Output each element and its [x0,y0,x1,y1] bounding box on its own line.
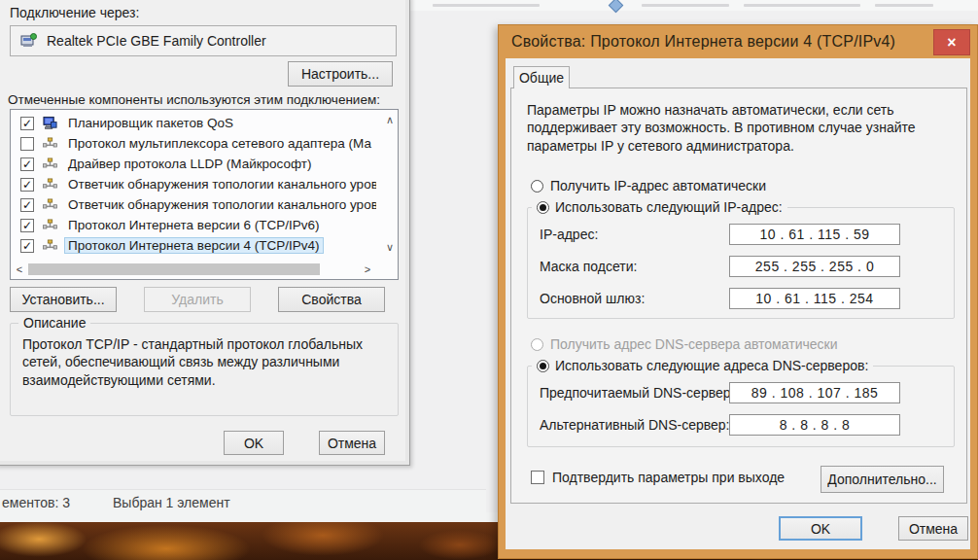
ok-button[interactable]: OK [224,431,284,455]
configure-button[interactable]: Настроить... [288,61,393,87]
ip-field-row: Маска подсети: 255 . 255 . 255 . 0 [528,256,954,277]
scrollbar-thumb[interactable] [28,263,320,275]
field-label: Предпочитаемый DNS-сервер: [540,385,734,401]
radio-use-dns-label: Использовать следующие адреса DNS-сервер… [555,358,868,373]
dialog-title: Свойства: Протокол Интернета версии 4 (T… [511,33,895,51]
component-checkbox[interactable]: ✓ [20,198,34,212]
field-value-input[interactable]: 10 . 61 . 115 . 254 [729,288,900,309]
component-label: Протокол мультиплексора сетевого адаптер… [65,136,374,151]
checkbox-icon[interactable] [531,471,544,484]
component-row[interactable]: ✓ Планировщик пакетов QoS [11,113,376,133]
protocol-icon [43,198,57,211]
radio-use-dns-icon[interactable] [537,360,549,372]
component-label: Протокол Интернета версии 4 (TCP/IPv4) [65,238,323,253]
component-checkbox[interactable]: ✓ [20,219,34,232]
status-items-count: ементов: 3 [2,495,70,510]
properties-button[interactable]: Свойства [278,287,385,312]
radio-use-ip-icon[interactable] [537,201,549,214]
description-group: Описание Протокол TCP/IP - стандартный п… [10,323,399,416]
explorer-statusbar: ементов: 3 Выбран 1 элемент [0,489,486,513]
scroll-down-icon[interactable]: ∨ [386,241,394,254]
components-list[interactable]: ✓ Планировщик пакетов QoS Протокол мульт… [10,109,399,280]
protocol-icon [42,238,57,253]
validate-settings-checkbox[interactable]: Подтвердить параметры при выходе [531,470,785,485]
radio-label: Получить IP-адрес автоматически [550,178,766,193]
field-value-input[interactable]: 89 . 108 . 107 . 185 [729,382,900,403]
scroll-up-icon[interactable]: ∧ [386,114,394,126]
network-adapter-icon [20,32,37,51]
horizontal-scrollbar[interactable]: < > [13,262,374,277]
field-label: Альтернативный DNS-сервер: [540,417,729,433]
toolbar-text-remnant [744,4,860,7]
field-label: Основной шлюз: [540,291,645,306]
component-label: Драйвер протокола LLDP (Майкрософт) [65,157,315,171]
radio-icon[interactable] [531,180,543,192]
field-value-input[interactable]: 10 . 61 . 115 . 59 [729,224,900,245]
explorer-toolbar-remnant [408,0,978,11]
cancel-button[interactable]: Отмена [898,516,968,541]
adapter-name: Realtek PCIe GBE Family Controller [47,33,266,49]
tcpip-properties-dialog: Свойства: Протокол Интернета версии 4 (T… [498,24,978,559]
component-row[interactable]: ✓ Протокол Интернета версии 4 (TCP/IPv4) [11,235,376,256]
component-checkbox[interactable]: ✓ [20,158,34,171]
description-group-label: Описание [18,315,90,331]
advanced-button[interactable]: Дополнительно... [821,466,944,493]
field-value-input[interactable]: 255 . 255 . 255 . 0 [729,256,900,277]
general-tab-page: Параметры IP можно назначать автоматичес… [510,88,967,504]
field-label: IP-адрес: [540,227,598,242]
protocol-icon [43,158,57,170]
protocol-icon [43,239,57,252]
dialog-titlebar[interactable]: Свойства: Протокол Интернета версии 4 (T… [499,25,977,58]
component-checkbox[interactable]: ✓ [20,239,34,253]
component-row[interactable]: Протокол мультиплексора сетевого адаптер… [11,133,376,154]
intro-text: Параметры IP можно назначать автоматичес… [527,101,959,155]
tab-general[interactable]: Общие [513,66,570,88]
radio-use-ip-label: Использовать следующий IP-адрес: [555,199,783,215]
connect-via-label: Подключение через: [10,5,139,20]
protocol-icon [43,178,57,191]
component-row[interactable]: ✓ Ответчик обнаружения топологии канальн… [11,194,376,215]
protocol-icon [43,137,57,150]
component-label: Ответчик обнаружения топологии канальног… [65,177,376,192]
component-row[interactable]: ✓ Ответчик обнаружения топологии канальн… [11,174,376,194]
cancel-button[interactable]: Отмена [319,431,385,455]
component-label: Планировщик пакетов QoS [65,116,236,130]
protocol-icon [42,136,57,151]
component-label: Протокол Интернета версии 6 (TCP/IPv6) [65,218,323,232]
protocol-icon [42,177,57,192]
radio-icon [531,338,543,351]
ip-field-row: Альтернативный DNS-сервер: 8 . 8 . 8 . 8 [528,414,954,436]
manual-ip-group: Использовать следующий IP-адрес: IP-адре… [527,207,955,319]
component-label: Ответчик обнаружения топологии канальног… [65,197,376,212]
ip-field-row: Предпочитаемый DNS-сервер: 89 . 108 . 10… [528,382,954,403]
field-value-input[interactable]: 8 . 8 . 8 . 8 [729,414,900,436]
checkbox-label: Подтвердить параметры при выходе [552,470,785,485]
qos-scheduler-icon [43,116,57,130]
component-row[interactable]: ✓ Драйвер протокола LLDP (Майкрософт) [11,154,376,174]
toolbar-text-remnant [433,4,540,7]
adapter-name-box: Realtek PCIe GBE Family Controller [10,25,397,56]
components-label: Отмеченные компоненты используются этим … [8,92,380,107]
scroll-right-icon[interactable]: > [361,263,374,275]
component-checkbox[interactable] [20,137,34,151]
install-button[interactable]: Установить... [10,287,117,312]
qos-scheduler-icon [42,116,57,130]
scroll-left-icon[interactable]: < [13,263,26,275]
ok-button[interactable]: OK [779,516,862,541]
protocol-icon [42,218,57,232]
close-icon[interactable]: × [933,29,970,55]
component-row[interactable]: ✓ Протокол Интернета версии 6 (TCP/IPv6) [11,215,376,235]
status-selected-count: Выбран 1 элемент [113,495,230,510]
description-text: Протокол TCP/IP - стандартный протокол г… [22,335,384,389]
toolbar-text-remnant [642,4,729,7]
radio-obtain-ip-auto[interactable]: Получить IP-адрес автоматически [531,178,766,193]
toolbar-text-remnant [875,4,933,7]
radio-label: Получить адрес DNS-сервера автоматически [550,336,837,352]
component-checkbox[interactable]: ✓ [20,117,34,130]
component-checkbox[interactable]: ✓ [20,178,34,192]
protocol-icon [42,197,57,212]
toolbar-diamond-icon [609,0,624,13]
protocol-icon [43,219,57,231]
ip-field-row: Основной шлюз: 10 . 61 . 115 . 254 [528,288,954,309]
dialog-client-area: Общие Параметры IP можно назначать автом… [506,58,970,549]
